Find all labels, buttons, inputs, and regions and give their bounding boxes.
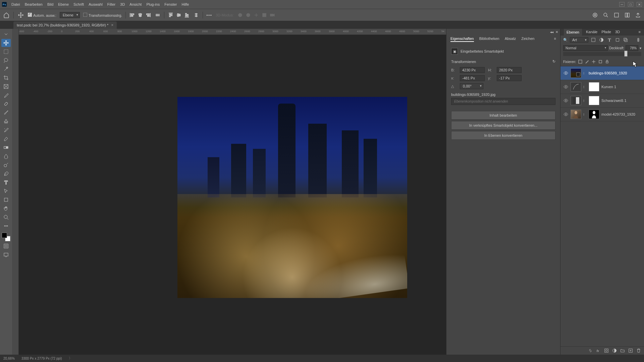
crop-tool[interactable] (1, 74, 11, 82)
align-center-h-icon[interactable] (137, 12, 143, 18)
more-options-icon[interactable]: ••• (206, 13, 212, 17)
dodge-tool[interactable] (1, 161, 11, 169)
align-bottom-icon[interactable] (184, 12, 190, 18)
menu-hilfe[interactable]: Hilfe (181, 2, 189, 6)
menu-auswahl[interactable]: Auswahl (89, 2, 103, 6)
tab-layers[interactable]: Ebenen (564, 29, 582, 36)
layer-row[interactable]: ⁞Kurven 1 (560, 80, 644, 94)
close-tab-icon[interactable]: × (111, 23, 113, 27)
tool-indicator-move-icon[interactable] (17, 11, 24, 19)
auto-select-target-dropdown[interactable]: Ebene (60, 12, 80, 18)
layer-name[interactable]: buildings-936589_1920 (589, 71, 627, 75)
filter-toggle-icon[interactable] (635, 37, 641, 43)
menu-bild[interactable]: Bild (47, 2, 53, 6)
cloud-docs-icon[interactable] (592, 12, 598, 18)
reset-transform-icon[interactable]: ↻ (552, 59, 555, 64)
lock-all-icon[interactable] (605, 59, 609, 64)
layer-name[interactable]: Schwarzweiß 1 (601, 99, 627, 103)
filter-type-icon[interactable] (606, 37, 612, 43)
filter-pixel-icon[interactable] (590, 37, 596, 43)
layer-comp-dropdown[interactable]: Ebenenkomposition nicht anwenden (451, 98, 555, 105)
type-tool[interactable] (1, 178, 11, 186)
brush-tool[interactable] (1, 109, 11, 117)
menu-bearbeiten[interactable]: Bearbeiten (25, 2, 43, 6)
minimize-button[interactable]: ─ (619, 2, 625, 7)
opacity-input[interactable]: 78% (626, 45, 638, 51)
maximize-button[interactable]: □ (628, 2, 633, 7)
distribute-v-icon[interactable] (193, 12, 199, 18)
align-center-v-icon[interactable] (176, 12, 182, 18)
tab-properties[interactable]: Eigenschaften (450, 37, 474, 42)
tab-paragraph[interactable]: Absatz (505, 37, 516, 42)
lock-artboard-icon[interactable] (598, 59, 603, 64)
tab-paths[interactable]: Pfade (601, 30, 611, 35)
filter-smart-icon[interactable] (623, 37, 629, 43)
shape-tool[interactable] (1, 196, 11, 204)
align-right-icon[interactable] (145, 12, 151, 18)
collapse-toolbar-icon[interactable] (1, 30, 11, 38)
filter-adjust-icon[interactable] (598, 37, 604, 43)
layer-fx-icon[interactable]: fx (596, 348, 601, 353)
filter-shape-icon[interactable] (614, 37, 621, 43)
layer-mask-thumbnail[interactable] (589, 110, 599, 119)
new-group-icon[interactable] (620, 348, 625, 353)
blur-tool[interactable] (1, 152, 11, 160)
link-mask-icon[interactable]: ⁞ (583, 85, 587, 89)
layer-thumbnail[interactable] (571, 82, 581, 92)
link-mask-icon[interactable]: ⁞ (583, 71, 587, 75)
menu-filter[interactable]: Filter (107, 2, 115, 6)
layer-thumbnail[interactable] (571, 110, 581, 119)
auto-select-checkbox[interactable]: Autom. ausw.: (28, 13, 56, 17)
menu-ansicht[interactable]: Ansicht (129, 2, 142, 6)
link-layers-icon[interactable] (588, 348, 593, 353)
layer-mask-thumbnail[interactable] (589, 82, 599, 92)
tab-channels[interactable]: Kanäle (586, 30, 597, 35)
quick-mask-icon[interactable] (1, 242, 11, 250)
menu-fenster[interactable]: Fenster (164, 2, 177, 6)
move-tool[interactable] (1, 39, 11, 47)
path-select-tool[interactable] (1, 187, 11, 195)
document-tab[interactable]: test.psdc bei 20,7% (buildings-936589_19… (13, 21, 117, 29)
search-icon[interactable] (602, 12, 609, 18)
angle-input[interactable]: 0,00° (460, 83, 483, 89)
y-input[interactable] (497, 75, 522, 81)
layer-thumbnail[interactable] (571, 68, 581, 78)
layer-mask-thumbnail[interactable] (589, 96, 599, 105)
visibility-toggle-icon[interactable] (563, 98, 569, 103)
stamp-tool[interactable] (1, 117, 11, 125)
eraser-tool[interactable] (1, 135, 11, 143)
edit-contents-button[interactable]: Inhalt bearbeiten (451, 111, 555, 120)
panel-menu-icon[interactable]: ≡ (554, 37, 556, 42)
eyedropper-tool[interactable] (1, 91, 11, 99)
menu-ebene[interactable]: Ebene (58, 2, 69, 6)
add-adjustment-icon[interactable] (612, 348, 617, 353)
lock-transparency-icon[interactable] (578, 59, 583, 64)
pen-tool[interactable] (1, 170, 11, 178)
new-layer-icon[interactable] (628, 348, 633, 353)
gradient-tool[interactable] (1, 143, 11, 152)
blend-mode-dropdown[interactable]: Normal (563, 45, 608, 51)
visibility-toggle-icon[interactable] (563, 84, 569, 89)
frame-tool[interactable] (1, 82, 11, 90)
home-button[interactable] (3, 11, 10, 19)
close-panel-icon[interactable]: ✕ (555, 30, 558, 34)
visibility-toggle-icon[interactable] (563, 112, 569, 117)
layer-name[interactable]: model-429733_1920 (601, 112, 635, 116)
share-icon[interactable] (635, 12, 641, 18)
menu-schrift[interactable]: Schrift (73, 2, 84, 6)
transform-controls-checkbox[interactable]: Transformationsstrg. (83, 13, 122, 17)
link-mask-icon[interactable]: ⁞ (583, 113, 587, 116)
marquee-tool[interactable] (1, 48, 11, 56)
opacity-dropdown-icon[interactable]: ▾ (640, 46, 641, 50)
lasso-tool[interactable] (1, 56, 11, 64)
x-input[interactable] (460, 75, 485, 81)
tab-libraries[interactable]: Bibliotheken (479, 37, 499, 42)
collapse-panel-icon[interactable]: ◂◂ (550, 30, 553, 34)
wand-tool[interactable] (1, 65, 11, 73)
opacity-slider[interactable] (563, 52, 641, 56)
align-left-icon[interactable] (129, 12, 135, 18)
healing-tool[interactable] (1, 100, 11, 108)
align-top-icon[interactable] (168, 12, 174, 18)
layer-row[interactable]: ⁞buildings-936589_1920 (560, 66, 644, 80)
menu-datei[interactable]: Datei (11, 2, 20, 6)
